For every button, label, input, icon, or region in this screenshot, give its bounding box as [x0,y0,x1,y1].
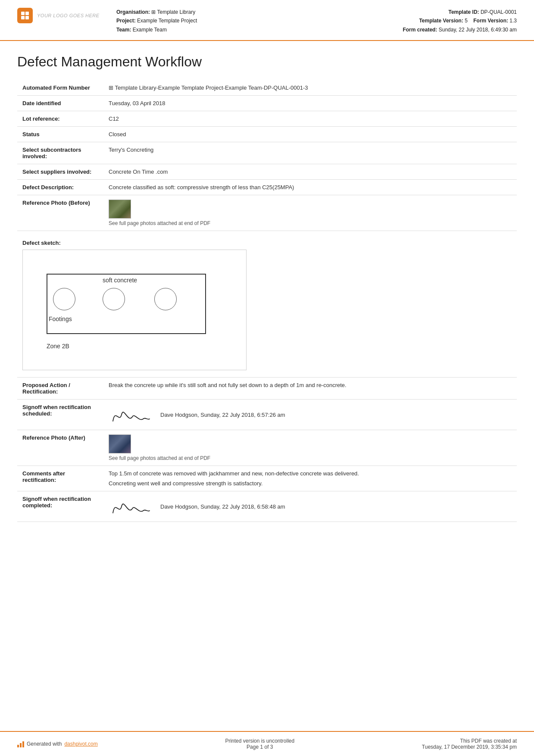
signoff-scheduled-signature-area: Dave Hodgson, Sunday, 22 July 2018, 6:57… [109,404,512,425]
version-row: Template Version: 5 Form Version: 1.3 [396,16,517,25]
reference-photo-after-row: Reference Photo (After) See full page ph… [17,430,517,466]
automated-form-row: Automated Form Number ⊞ Template Library… [17,80,517,96]
document-title: Defect Management Workflow [17,54,517,70]
organisation-value: ⊞ Template Library [151,9,195,15]
dashpivot-bar-icon [17,740,24,747]
generated-with-text: Generated with [27,741,62,747]
footer-center: Printed version is uncontrolled Page 1 o… [225,738,294,750]
organisation-label: Organisation: [116,9,150,15]
organisation-row: Organisation: ⊞ Template Library [116,8,396,16]
form-version-value: 1.3 [509,18,517,24]
automated-form-value: ⊞ Template Library-Example Template Proj… [103,80,517,96]
logo-text: YOUR LOGO GOES HERE [37,13,100,18]
sketch-circle-1 [53,288,75,310]
svg-rect-2 [21,16,25,19]
reference-photo-after-cell: See full page photos attached at end of … [103,430,517,466]
proposed-action-value: Break the concrete up while it's still s… [103,378,517,400]
form-created-value: Sunday, 22 July 2018, 6:49:30 am [439,27,517,33]
photo-after-thumbnail [109,434,131,453]
comments-after-label: Comments after rectification: [17,466,103,491]
form-created-label: Form created: [403,27,437,33]
signoff-scheduled-row: Signoff when rectification scheduled: Da… [17,400,517,430]
uncontrolled-text: Printed version is uncontrolled [225,738,294,744]
date-identified-label: Date identified [17,96,103,111]
template-id-value: DP-QUAL-0001 [481,9,517,15]
header: YOUR LOGO GOES HERE Organisation: ⊞ Temp… [0,0,534,41]
signoff-scheduled-person: Dave Hodgson, Sunday, 22 July 2018, 6:57… [160,412,285,418]
sketch-box: soft concrete Footings Zone 2B [22,250,247,370]
header-meta: Organisation: ⊞ Template Library Project… [116,8,396,34]
signoff-completed-person: Dave Hodgson, Sunday, 22 July 2018, 6:58… [160,503,285,510]
suppliers-label: Select suppliers involved: [17,164,103,180]
defect-sketch-cell: Defect sketch: soft concrete Footings [17,231,517,378]
status-row: Status Closed [17,127,517,142]
subcontractors-value: Terry's Concreting [103,142,517,164]
photo-after-image [109,435,131,453]
signature-completed-image [109,496,152,517]
lot-reference-value: C12 [103,111,517,127]
form-table: Automated Form Number ⊞ Template Library… [17,80,517,522]
signoff-completed-label: Signoff when rectification completed: [17,491,103,522]
comments-after-cell: Top 1.5m of concrete was removed with ja… [103,466,517,491]
svg-rect-1 [25,12,29,15]
header-right: Template ID: DP-QUAL-0001 Template Versi… [396,8,517,34]
form-created-row: Form created: Sunday, 22 July 2018, 6:49… [396,25,517,34]
subcontractors-row: Select subcontractors involved: Terry's … [17,142,517,164]
lot-reference-row: Lot reference: C12 [17,111,517,127]
sketch-circle-3 [154,288,177,310]
date-identified-row: Date identified Tuesday, 03 April 2018 [17,96,517,111]
date-identified-value: Tuesday, 03 April 2018 [103,96,517,111]
svg-rect-0 [21,12,25,15]
project-label: Project: [116,18,136,24]
logo-area: YOUR LOGO GOES HERE [17,8,103,23]
photo-before-image [109,200,131,218]
reference-photo-after-label: Reference Photo (After) [17,430,103,466]
form-version-label: Form Version: [473,18,508,24]
photo-after-caption: See full page photos attached at end of … [109,455,512,461]
defect-sketch-label: Defect sketch: [22,240,512,246]
bar-2 [20,743,22,747]
footer-right: This PDF was created at Tuesday, 17 Dece… [422,738,517,750]
defect-description-value: Concrete classified as soft: compressive… [103,180,517,195]
sketch-section: Defect sketch: soft concrete Footings [22,235,512,370]
reference-photo-before-cell: See full page photos attached at end of … [103,195,517,231]
signoff-scheduled-label: Signoff when rectification scheduled: [17,400,103,430]
signoff-completed-row: Signoff when rectification completed: Da… [17,491,517,522]
suppliers-value: Concrete On Time .com [103,164,517,180]
pdf-created-label: This PDF was created at [422,738,517,744]
status-value: Closed [103,127,517,142]
project-row: Project: Example Template Project [116,16,396,25]
template-version-value: 5 [465,18,468,24]
svg-rect-3 [25,16,29,19]
template-id-label: Template ID: [448,9,479,15]
team-value: Example Team [133,27,167,33]
defect-sketch-row: Defect sketch: soft concrete Footings [17,231,517,378]
signoff-completed-signature-area: Dave Hodgson, Sunday, 22 July 2018, 6:58… [109,496,512,517]
sketch-zone-text: Zone 2B [47,343,69,350]
reference-photo-before-row: Reference Photo (Before) See full page p… [17,195,517,231]
proposed-action-row: Proposed Action / Rectification: Break t… [17,378,517,400]
bar-3 [22,741,24,747]
subcontractors-label: Select subcontractors involved: [17,142,103,164]
page-info: Page 1 of 3 [225,744,294,750]
comments-after-value1: Top 1.5m of concrete was removed with ja… [109,470,512,477]
automated-form-label: Automated Form Number [17,80,103,96]
lot-reference-label: Lot reference: [17,111,103,127]
page: YOUR LOGO GOES HERE Organisation: ⊞ Temp… [0,0,534,756]
bar-1 [17,745,19,747]
photo-before-caption: See full page photos attached at end of … [109,220,512,226]
main-content: Defect Management Workflow Automated For… [0,41,534,731]
reference-photo-before-label: Reference Photo (Before) [17,195,103,231]
sketch-footings-text: Footings [49,316,72,322]
footer: Generated with dashpivot.com Printed ver… [0,731,534,756]
dashpivot-link[interactable]: dashpivot.com [64,741,97,747]
defect-description-row: Defect Description: Concrete classified … [17,180,517,195]
comments-after-row: Comments after rectification: Top 1.5m o… [17,466,517,491]
logo-icon [17,8,33,23]
signoff-completed-cell: Dave Hodgson, Sunday, 22 July 2018, 6:58… [103,491,517,522]
team-row: Team: Example Team [116,25,396,34]
status-label: Status [17,127,103,142]
team-label: Team: [116,27,131,33]
project-value: Example Template Project [137,18,197,24]
template-id-row: Template ID: DP-QUAL-0001 [396,8,517,16]
